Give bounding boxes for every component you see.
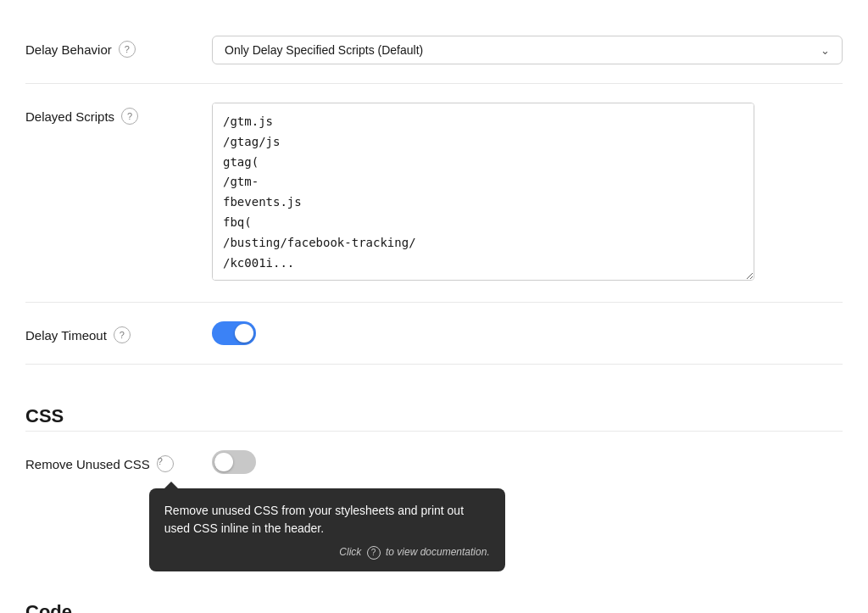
css-section-heading: CSS (25, 382, 843, 431)
delay-timeout-track (212, 321, 256, 345)
code-section-heading: Code (25, 577, 843, 613)
chevron-down-icon: ⌄ (821, 44, 830, 57)
code-section-heading-wrapper: Code (25, 493, 843, 613)
remove-unused-css-row: Remove Unused CSS ? Remove unused CSS fr… (25, 432, 843, 493)
delay-behavior-row: Delay Behavior ? Only Delay Specified Sc… (25, 17, 843, 84)
remove-unused-css-thumb (214, 453, 233, 471)
delay-behavior-control: Only Delay Specified Scripts (Default) ⌄ (212, 36, 843, 64)
delay-timeout-help-icon[interactable]: ? (114, 326, 131, 343)
css-section-heading-wrapper: CSS (25, 365, 843, 431)
remove-unused-css-label-col: Remove Unused CSS ? Remove unused CSS fr… (25, 450, 212, 472)
delay-behavior-label-col: Delay Behavior ? (25, 36, 212, 58)
delay-timeout-thumb (235, 324, 253, 343)
remove-unused-css-help-icon[interactable]: ? Remove unused CSS from your stylesheet… (157, 455, 174, 472)
delayed-scripts-control: /gtm.js /gtag/js gtag( /gtm- fbevents.js… (212, 103, 843, 283)
delayed-scripts-textarea[interactable]: /gtm.js /gtag/js gtag( /gtm- fbevents.js… (212, 103, 754, 281)
delay-timeout-row: Delay Timeout ? (25, 303, 843, 365)
delay-behavior-dropdown[interactable]: Only Delay Specified Scripts (Default) ⌄ (212, 36, 843, 64)
delayed-scripts-label-col: Delayed Scripts ? (25, 103, 212, 125)
delay-timeout-label: Delay Timeout (25, 328, 107, 343)
delayed-scripts-help-icon[interactable]: ? (121, 108, 138, 125)
remove-unused-css-track (212, 450, 256, 474)
delay-timeout-label-col: Delay Timeout ? (25, 321, 212, 343)
delay-timeout-toggle[interactable] (212, 321, 256, 345)
delay-behavior-help-icon[interactable]: ? (119, 41, 136, 58)
remove-unused-css-label: Remove Unused CSS (25, 457, 150, 471)
delay-behavior-dropdown-value: Only Delay Specified Scripts (Default) (225, 43, 423, 57)
settings-container: Delay Behavior ? Only Delay Specified Sc… (0, 0, 868, 613)
delay-timeout-control (212, 321, 843, 345)
delayed-scripts-row: Delayed Scripts ? /gtm.js /gtag/js gtag(… (25, 84, 843, 303)
remove-unused-css-toggle[interactable] (212, 450, 256, 474)
delayed-scripts-label: Delayed Scripts (25, 109, 114, 124)
delay-behavior-label: Delay Behavior (25, 42, 112, 57)
remove-unused-css-control (212, 450, 843, 474)
